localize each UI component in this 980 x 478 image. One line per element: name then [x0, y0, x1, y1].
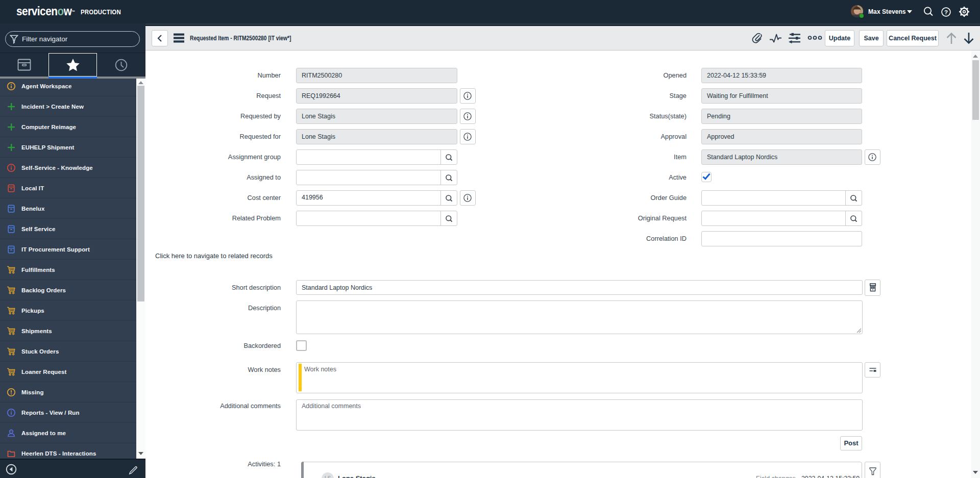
svg-text:?: ? [944, 9, 948, 15]
